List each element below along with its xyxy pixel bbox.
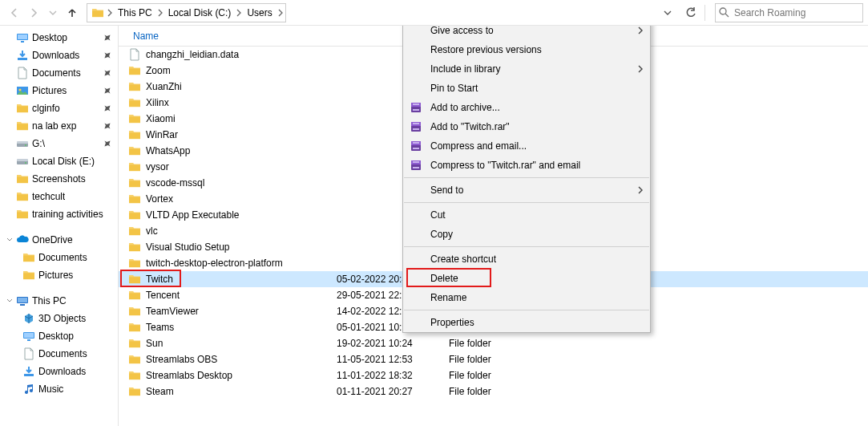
nav-item[interactable]: na lab exp (0, 117, 118, 135)
file-name: vscode-mssql (146, 177, 204, 189)
nav-item[interactable]: Downloads (0, 363, 118, 380)
menu-item[interactable]: Copy (403, 225, 650, 244)
file-row[interactable]: Streamlabs Desktop 11-01-2022 18:32 File… (119, 367, 868, 383)
svg-rect-12 (17, 141, 28, 144)
expand-icon (6, 237, 16, 243)
forward-button[interactable] (24, 3, 43, 22)
nav-item[interactable]: Screenshots (0, 170, 118, 188)
nav-onedrive[interactable]: OneDrive (0, 231, 118, 249)
chevron-right-icon (107, 9, 113, 17)
folder-icon (128, 193, 141, 205)
blank-icon (408, 26, 424, 39)
menu-item[interactable]: Rename (403, 288, 650, 307)
address-dropdown[interactable] (660, 9, 676, 17)
nav-item-label: clginfo (32, 103, 60, 114)
folder-icon (128, 241, 141, 254)
menu-item[interactable]: Send to (403, 181, 650, 200)
nav-item[interactable]: Music (0, 380, 118, 398)
menu-item[interactable]: Properties (403, 313, 650, 332)
search-input[interactable]: Search Roaming (715, 3, 863, 22)
svg-rect-21 (24, 333, 34, 338)
menu-item[interactable]: Cut (403, 205, 650, 225)
menu-item[interactable]: Give access to (403, 26, 650, 40)
folder-icon (128, 289, 141, 302)
nav-item[interactable]: Pictures (0, 82, 118, 99)
nav-item-label: Documents (32, 67, 81, 79)
nav-item[interactable]: Desktop (0, 29, 118, 47)
file-row[interactable]: Streamlabs OBS 11-05-2021 12:53 File fol… (119, 351, 868, 367)
menu-item-label: Add to archive... (430, 102, 500, 113)
menu-item[interactable]: Compress and email... (403, 136, 650, 156)
rar-icon (408, 138, 424, 154)
menu-item[interactable]: Add to "Twitch.rar" (403, 117, 650, 136)
nav-item[interactable]: training activities (0, 205, 118, 223)
breadcrumb-local-disk-c[interactable]: Local Disk (C:) (164, 4, 236, 22)
nav-item[interactable]: Pictures (0, 266, 118, 284)
blank-icon (408, 182, 424, 198)
search-placeholder: Search Roaming (734, 7, 805, 18)
nav-item[interactable]: Local Disk (E:) (0, 152, 118, 170)
chevron-right-icon (157, 9, 164, 17)
menu-item[interactable]: Pin to Start (403, 79, 650, 98)
downloads-icon (16, 49, 29, 62)
folder-icon (16, 208, 29, 221)
refresh-button[interactable] (680, 7, 701, 18)
file-name: changzhi_leidian.data (146, 49, 239, 60)
breadcrumb[interactable]: This PC Local Disk (C:) Users (87, 3, 286, 22)
rar-icon (408, 99, 424, 116)
up-button[interactable] (63, 3, 82, 22)
nav-item[interactable]: Documents (0, 64, 118, 82)
file-name: Zoom (146, 65, 171, 76)
folder-icon (128, 112, 141, 125)
nav-item[interactable]: Documents (0, 345, 118, 363)
file-name: XuanZhi (146, 81, 182, 92)
blank-icon (408, 207, 424, 223)
file-row[interactable]: Sun 19-02-2021 10:24 File folder (119, 335, 868, 351)
file-date: 11-01-2022 18:32 (332, 370, 444, 381)
menu-item[interactable]: Add to archive... (403, 98, 650, 117)
blank-icon (408, 80, 424, 96)
nav-item[interactable]: clginfo (0, 99, 118, 117)
menu-item-label: Cut (430, 209, 446, 221)
nav-item-label: Screenshots (32, 173, 86, 185)
menu-item[interactable]: Compress to "Twitch.rar" and email (403, 156, 650, 175)
folder-icon (16, 102, 29, 115)
pictures-icon (16, 84, 29, 97)
menu-item-label: Copy (430, 229, 453, 240)
nav-item[interactable]: techcult (0, 188, 118, 205)
nav-item[interactable]: Desktop (0, 327, 118, 345)
nav-item-label: Music (38, 383, 63, 395)
nav-item-label: Downloads (38, 366, 86, 377)
file-name: Steam (146, 386, 174, 397)
music-icon (22, 383, 35, 396)
search-icon (719, 7, 729, 18)
file-type: File folder (444, 370, 540, 381)
breadcrumb-users[interactable]: Users (242, 4, 277, 22)
menu-item[interactable]: Restore previous versions (403, 40, 650, 59)
file-name: Visual Studio Setup (146, 241, 230, 253)
file-name: Sun (146, 338, 163, 349)
folder-icon (128, 64, 141, 77)
nav-item[interactable]: 3D Objects (0, 310, 118, 327)
drive-icon (16, 155, 29, 168)
svg-rect-22 (27, 339, 30, 341)
menu-item[interactable]: Delete (403, 269, 650, 288)
nav-this-pc[interactable]: This PC (0, 292, 118, 310)
nav-item[interactable]: Documents (0, 249, 118, 266)
menu-item[interactable]: Create shortcut (403, 250, 650, 269)
nav-item[interactable]: Downloads (0, 47, 118, 64)
file-name: Streamlabs Desktop (146, 370, 232, 381)
blank-icon (408, 61, 424, 77)
folder-icon (128, 385, 141, 398)
back-button[interactable] (5, 3, 24, 22)
file-type: File folder (444, 338, 540, 349)
menu-item-label: Properties (430, 317, 474, 328)
breadcrumb-this-pc[interactable]: This PC (113, 4, 157, 22)
file-row[interactable]: Steam 01-11-2021 20:27 File folder (119, 383, 868, 400)
nav-item[interactable]: G:\ (0, 135, 118, 152)
recent-dropdown[interactable] (43, 3, 63, 22)
column-name[interactable]: Name (119, 30, 327, 42)
menu-item[interactable]: Include in library (403, 59, 650, 79)
menu-item-label: Pin to Start (430, 83, 478, 94)
chevron-right-icon (236, 9, 242, 17)
